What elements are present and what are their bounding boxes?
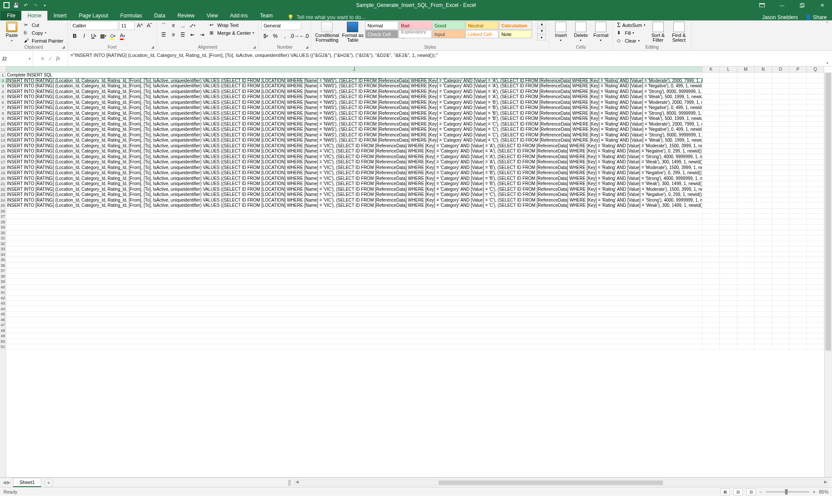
cell[interactable] [702,198,720,203]
cell[interactable] [702,105,720,110]
tab-page-layout[interactable]: Page Layout [73,11,114,20]
cell[interactable] [702,285,720,290]
cell[interactable] [807,105,824,110]
cell[interactable] [772,198,789,203]
sort-filter-button[interactable]: Sort & Filter [649,21,668,43]
cell[interactable] [807,149,824,154]
cell[interactable] [720,105,737,110]
cell[interactable] [789,219,807,225]
fill-button[interactable]: ⬇Fill▾ [616,29,646,36]
cell[interactable] [772,279,789,284]
row-header[interactable]: 28 [0,219,6,225]
cell[interactable] [772,73,789,78]
cell[interactable] [789,181,807,186]
row-header[interactable]: 26 [0,209,6,214]
cell[interactable] [772,235,789,241]
row-header[interactable]: 51 [0,344,6,350]
horizontal-scrollbar[interactable]: ◀ ▶ [294,480,829,486]
row-header[interactable]: 10 [0,122,6,127]
cell[interactable] [6,274,702,279]
cell[interactable] [720,159,737,165]
cell[interactable] [772,257,789,262]
format-cells-button[interactable]: Format▾ [592,21,610,42]
cell[interactable] [737,285,755,290]
cell[interactable] [755,219,772,225]
cell[interactable] [702,73,720,78]
cell[interactable] [807,133,824,138]
cell[interactable]: INSERT INTO [RATING] (Location_Id, Categ… [6,100,702,105]
cell[interactable] [702,317,720,322]
cell[interactable] [772,138,789,143]
align-center-icon[interactable]: ≡ [169,30,178,39]
cell-style-input[interactable]: Input [432,30,465,38]
cell[interactable]: INSERT INTO [RATING] (Location_Id, Categ… [6,149,702,154]
cell[interactable] [789,159,807,165]
column-header[interactable]: Q [807,66,824,72]
format-painter-button[interactable]: 🖌Format Painter [23,37,65,44]
cell[interactable] [789,339,807,344]
cell[interactable] [807,333,824,338]
cell[interactable] [702,133,720,138]
cell[interactable] [720,290,737,295]
cell[interactable] [702,290,720,295]
cell[interactable] [772,170,789,176]
cell[interactable] [772,285,789,290]
row-header[interactable]: 43 [0,301,6,306]
row-header[interactable]: 50 [0,339,6,345]
cell[interactable] [737,290,755,295]
cell[interactable] [6,312,702,317]
minimize-button[interactable]: — [772,0,792,10]
cell-style-check[interactable]: Check Cell [365,30,398,38]
align-left-icon[interactable]: ☰ [160,30,168,39]
clear-button[interactable]: ◇Clear▾ [616,37,646,44]
table-row[interactable] [6,322,824,328]
cell[interactable] [720,306,737,312]
row-header[interactable]: 41 [0,290,6,295]
cell[interactable] [737,209,755,214]
indent-dec-icon[interactable]: ⇤ [188,30,197,39]
cell[interactable] [720,301,737,306]
cell[interactable] [789,279,807,284]
cell[interactable] [807,301,824,306]
row-header[interactable]: 2 [0,78,6,84]
scroll-left-icon[interactable]: ◀ [296,480,299,484]
cell[interactable] [755,181,772,186]
cell[interactable]: INSERT INTO [RATING] (Location_Id, Categ… [6,78,702,83]
cell[interactable] [772,219,789,225]
table-row[interactable] [6,285,824,290]
bold-button[interactable]: B [70,32,79,40]
expand-formula-bar-icon[interactable]: ▾ [822,51,832,66]
cell[interactable] [755,252,772,257]
cell[interactable] [6,344,702,349]
cancel-formula-icon[interactable]: ✕ [40,56,45,62]
cell[interactable] [807,83,824,89]
cell[interactable] [807,111,824,116]
cell[interactable] [6,317,702,322]
cell[interactable] [702,127,720,132]
increase-font-icon[interactable]: A^ [136,21,144,30]
cell[interactable] [720,268,737,273]
cell[interactable] [720,100,737,105]
cell[interactable] [702,170,720,176]
cell[interactable] [772,89,789,94]
cell[interactable] [702,339,720,344]
cell[interactable] [772,105,789,110]
cell[interactable] [737,181,755,186]
cell[interactable] [807,209,824,214]
table-row[interactable]: INSERT INTO [RATING] (Location_Id, Categ… [6,203,824,209]
column-headers[interactable]: JKLMNOPQ [6,66,824,73]
cell[interactable] [6,268,702,273]
cell-style-linked[interactable]: Linked Cell [466,30,499,38]
cell[interactable] [789,333,807,338]
cell[interactable] [702,279,720,284]
table-row[interactable]: INSERT INTO [RATING] (Location_Id, Categ… [6,198,824,203]
cell[interactable] [807,198,824,203]
cell[interactable] [807,279,824,284]
cell[interactable] [772,100,789,105]
cell[interactable] [6,252,702,257]
cell[interactable] [789,252,807,257]
cell[interactable] [737,203,755,208]
cell[interactable] [807,328,824,333]
cell[interactable] [789,78,807,83]
dialog-launcher-icon[interactable]: ◢ [253,45,257,50]
